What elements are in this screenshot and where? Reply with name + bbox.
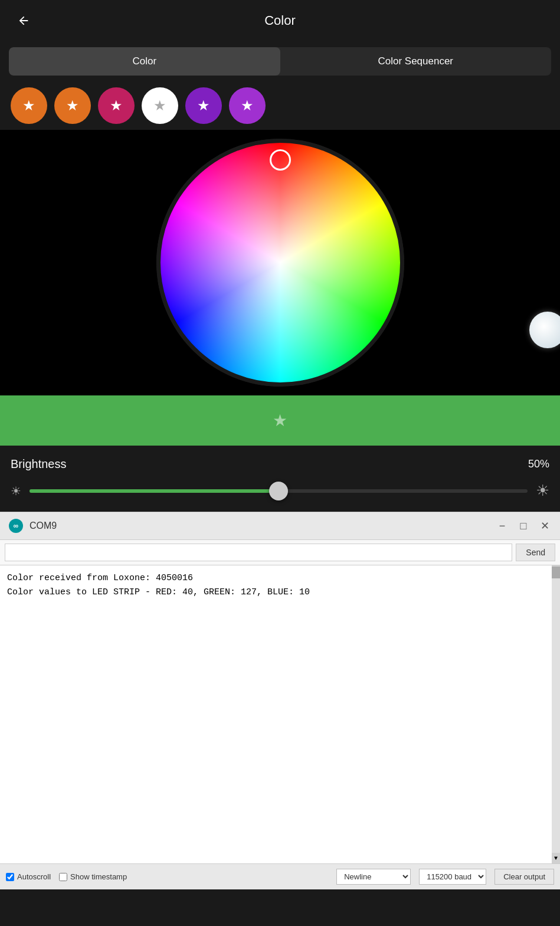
color-wheel-picker[interactable] bbox=[270, 149, 291, 171]
favorite-2[interactable]: ★ bbox=[54, 87, 91, 124]
star-icon-4: ★ bbox=[153, 97, 166, 114]
favorite-5[interactable]: ★ bbox=[185, 87, 222, 124]
timestamp-label[interactable]: Show timestamp bbox=[59, 872, 127, 881]
serial-footer: Autoscroll Show timestamp NewlineNo line… bbox=[0, 863, 560, 889]
star-icon-3: ★ bbox=[110, 97, 123, 114]
arduino-logo: ∞ bbox=[8, 518, 24, 534]
color-wheel-container[interactable] bbox=[156, 139, 404, 387]
serial-monitor-title: COM9 bbox=[30, 521, 489, 531]
tab-color[interactable]: Color bbox=[9, 47, 280, 76]
brightness-section: Brightness 50% ☀ ☀ bbox=[0, 446, 560, 512]
serial-input-field[interactable] bbox=[5, 544, 512, 561]
favorites-row: ★ ★ ★ ★ ★ ★ bbox=[0, 81, 560, 130]
autoscroll-checkbox[interactable] bbox=[6, 873, 14, 881]
color-preview-ball bbox=[529, 312, 560, 348]
star-icon-6: ★ bbox=[241, 97, 254, 114]
send-button[interactable]: Send bbox=[516, 544, 555, 561]
serial-monitor: ∞ COM9 − □ ✕ Send Color received from Lo… bbox=[0, 512, 560, 889]
svg-text:∞: ∞ bbox=[14, 522, 19, 530]
serial-output[interactable]: Color received from Loxone: 4050016 Colo… bbox=[0, 565, 560, 863]
back-button[interactable] bbox=[12, 9, 35, 32]
timestamp-checkbox[interactable] bbox=[59, 873, 67, 881]
header: Color bbox=[0, 0, 560, 41]
scrollbar[interactable]: ▲ ▼ bbox=[552, 565, 560, 863]
svg-point-2 bbox=[159, 142, 401, 384]
serial-line-1: Color received from Loxone: 4050016 bbox=[7, 571, 553, 585]
serial-monitor-header: ∞ COM9 − □ ✕ bbox=[0, 512, 560, 540]
brightness-slider[interactable] bbox=[30, 489, 528, 493]
scrollbar-thumb[interactable] bbox=[552, 567, 560, 578]
favorite-3[interactable]: ★ bbox=[98, 87, 135, 124]
minimize-button[interactable]: − bbox=[495, 519, 509, 533]
serial-input-row: Send bbox=[0, 540, 560, 565]
slider-thumb[interactable] bbox=[269, 482, 288, 500]
tabs-container: Color Color Sequencer bbox=[9, 47, 551, 76]
clear-output-button[interactable]: Clear output bbox=[494, 869, 554, 885]
scroll-down[interactable]: ▼ bbox=[552, 853, 560, 863]
maximize-button[interactable]: □ bbox=[516, 519, 530, 533]
star-icon-1: ★ bbox=[22, 97, 35, 114]
autoscroll-label[interactable]: Autoscroll bbox=[6, 872, 51, 881]
baud-select[interactable]: 9600 baud115200 baud bbox=[419, 869, 486, 885]
green-banner-star: ★ bbox=[273, 411, 287, 430]
color-wheel[interactable] bbox=[156, 139, 404, 387]
brightness-value: 50% bbox=[528, 458, 549, 470]
sun-icon-large: ☀ bbox=[536, 482, 549, 500]
brightness-label: Brightness bbox=[11, 457, 67, 471]
newline-select[interactable]: NewlineNo line endingCarriage returnBoth… bbox=[336, 869, 411, 885]
color-wheel-area bbox=[0, 130, 560, 395]
page-title: Color bbox=[264, 13, 296, 28]
slider-fill bbox=[30, 489, 279, 493]
tab-sequencer[interactable]: Color Sequencer bbox=[280, 47, 552, 76]
green-banner: ★ bbox=[0, 395, 560, 446]
sun-icon-small: ☀ bbox=[11, 484, 21, 498]
close-button[interactable]: ✕ bbox=[538, 519, 552, 533]
brightness-slider-row: ☀ ☀ bbox=[11, 482, 549, 500]
star-icon-2: ★ bbox=[66, 97, 79, 114]
window-controls: − □ ✕ bbox=[495, 519, 552, 533]
star-icon-5: ★ bbox=[197, 97, 210, 114]
serial-line-2: Color values to LED STRIP - RED: 40, GRE… bbox=[7, 585, 553, 600]
favorite-6[interactable]: ★ bbox=[229, 87, 266, 124]
favorite-4[interactable]: ★ bbox=[142, 87, 178, 124]
favorite-1[interactable]: ★ bbox=[11, 87, 47, 124]
brightness-header: Brightness 50% bbox=[11, 457, 549, 471]
